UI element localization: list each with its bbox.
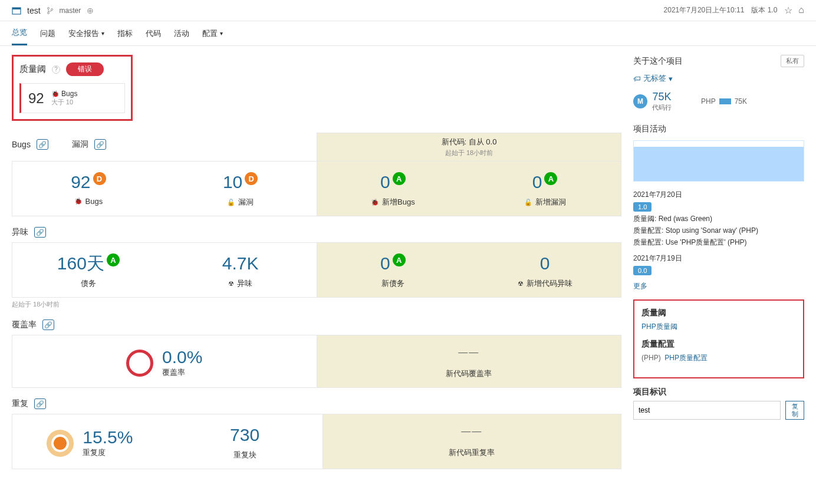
sidebar: 关于这个项目 私有 🏷 无标签 ▾ M 75K 代码行 PHP 75K 项目活动	[633, 55, 804, 480]
tabs: 总览 问题 安全报告▾ 指标 代码 活动 配置▾	[0, 21, 816, 46]
header-left: test master ⊕	[12, 6, 94, 15]
rating-d: D	[245, 172, 258, 185]
coverage-donut	[126, 350, 153, 377]
bug-icon: 🐞	[51, 90, 60, 97]
home-icon[interactable]: ⌂	[798, 5, 804, 16]
svg-rect-1	[12, 8, 21, 9]
newcode-header: 新代码: 自从 0.0 起始于 18小时前	[317, 133, 621, 161]
lock-icon: 🔓	[524, 199, 532, 206]
size-badge: M	[633, 94, 647, 108]
tab-config[interactable]: 配置▾	[202, 21, 223, 45]
add-icon[interactable]: ⊕	[87, 6, 94, 15]
svg-point-3	[47, 12, 49, 14]
dash: ——	[323, 347, 616, 358]
tab-security[interactable]: 安全报告▾	[68, 21, 104, 45]
project-id-input[interactable]	[633, 401, 781, 420]
bug-icon: 🐞	[371, 199, 379, 206]
bug-icon: 🐞	[74, 197, 83, 205]
quality-gate-card[interactable]: 92 🐞 Bugs 大于 10	[19, 83, 125, 113]
star-icon[interactable]: ☆	[784, 5, 792, 16]
metric-debt[interactable]: 160天A 债务	[12, 243, 164, 297]
debt-since: 起始于 18小时前	[12, 300, 621, 309]
metric-new-debt[interactable]: 0A 新债务	[317, 243, 469, 297]
tab-code[interactable]: 代码	[146, 21, 161, 45]
tab-activity[interactable]: 活动	[174, 21, 189, 45]
quality-gate-highlight: 质量阈 ? 错误 92 🐞 Bugs 大于 10	[12, 55, 133, 121]
about-title: 关于这个项目	[633, 56, 683, 67]
version-badge: 1.0	[633, 202, 652, 212]
duplication-donut	[47, 430, 74, 457]
rating-a: A	[107, 253, 120, 266]
quality-gate-title: 质量阈	[19, 64, 46, 75]
no-tags[interactable]: 🏷 无标签 ▾	[633, 73, 804, 84]
link-icon[interactable]: 🔗	[94, 139, 106, 150]
private-badge: 私有	[781, 55, 804, 67]
rating-d: D	[93, 172, 106, 185]
tab-metrics[interactable]: 指标	[117, 21, 133, 45]
metric-duplication[interactable]: 15.5% 重复度	[12, 414, 167, 469]
link-icon[interactable]: 🔗	[34, 227, 46, 238]
svg-point-4	[51, 8, 52, 10]
bugs-section: Bugs 🔗 漏洞 🔗 新代码: 自从 0.0 起始于 18小时前 92D �	[12, 133, 621, 216]
metric-new-smells[interactable]: 0 ☢新增代码异味	[469, 243, 621, 297]
chevron-down-icon: ▾	[669, 74, 673, 83]
smells-section: 异味 🔗 160天A 债务 4.7K ☢异味 0A 新债务 0 ☢新	[12, 227, 621, 309]
copy-button[interactable]: 复制	[785, 401, 804, 420]
bugs-title: Bugs	[12, 140, 31, 149]
duplication-section: 重复 🔗 15.5% 重复度 730 重复块 —— 新代码重复率	[12, 398, 621, 469]
coverage-section: 覆盖率 🔗 0.0% 覆盖率 —— 新代码覆盖率	[12, 319, 621, 388]
tab-overview[interactable]: 总览	[12, 21, 27, 45]
qg-link[interactable]: PHP质量阈	[641, 322, 677, 331]
activity-chart[interactable]	[633, 140, 804, 182]
project-name[interactable]: test	[27, 6, 41, 15]
svg-point-2	[47, 7, 49, 9]
metric-new-bugs[interactable]: 0A 🐞新增Bugs	[317, 162, 469, 216]
chevron-down-icon: ▾	[220, 30, 223, 37]
branch-icon	[47, 6, 54, 15]
header-right: 2021年7月20日上午10:11 版本 1.0 ☆ ⌂	[664, 5, 804, 16]
metric-bugs[interactable]: 92D 🐞Bugs	[12, 162, 164, 216]
chevron-down-icon: ▾	[101, 30, 104, 37]
tab-issues[interactable]: 问题	[40, 21, 55, 45]
metric-new-coverage[interactable]: —— 新代码覆盖率	[317, 335, 621, 387]
metric-dup-blocks[interactable]: 730 重复块	[167, 414, 323, 469]
rating-a: A	[544, 172, 557, 185]
metric-vulnerabilities[interactable]: 10D 🔓漏洞	[164, 162, 317, 216]
help-icon[interactable]: ?	[52, 65, 60, 74]
link-icon[interactable]: 🔗	[37, 139, 48, 150]
lock-icon: 🔓	[227, 199, 235, 206]
timestamp: 2021年7月20日上午10:11	[664, 5, 745, 15]
project-icon	[12, 6, 21, 15]
rating-a: A	[393, 253, 406, 266]
header: test master ⊕ 2021年7月20日上午10:11 版本 1.0 ☆…	[0, 0, 816, 21]
lang-bar	[719, 98, 731, 104]
qg-count: 92	[28, 90, 44, 107]
metric-new-vulnerabilities[interactable]: 0A 🔓新增漏洞	[469, 162, 621, 216]
branch-name[interactable]: master	[60, 6, 81, 15]
link-icon[interactable]: 🔗	[34, 398, 46, 409]
metric-new-duplication[interactable]: —— 新代码重复率	[323, 414, 621, 469]
dash: ——	[329, 426, 616, 437]
metric-coverage[interactable]: 0.0% 覆盖率	[12, 335, 317, 387]
language-row: PHP 75K	[701, 97, 747, 106]
vulnerabilities-title: 漏洞	[72, 139, 88, 150]
qp-link[interactable]: PHP质量配置	[664, 354, 708, 362]
radiation-icon: ☢	[518, 280, 524, 288]
version-badge: 0.0	[633, 266, 652, 275]
version: 版本 1.0	[751, 5, 777, 15]
activity-title: 项目活动	[633, 124, 804, 134]
tag-icon: 🏷	[633, 74, 641, 83]
link-icon[interactable]: 🔗	[42, 319, 54, 330]
metric-smells[interactable]: 4.7K ☢异味	[164, 243, 317, 297]
rating-a: A	[393, 172, 406, 185]
quality-gate-status: 错误	[66, 62, 104, 76]
radiation-icon: ☢	[228, 280, 234, 288]
more-link[interactable]: 更多	[633, 281, 647, 291]
quality-config-highlight: 质量阈 PHP质量阈 质量配置 (PHP) PHP质量配置	[633, 299, 804, 378]
qg-condition: 大于 10	[51, 98, 78, 107]
